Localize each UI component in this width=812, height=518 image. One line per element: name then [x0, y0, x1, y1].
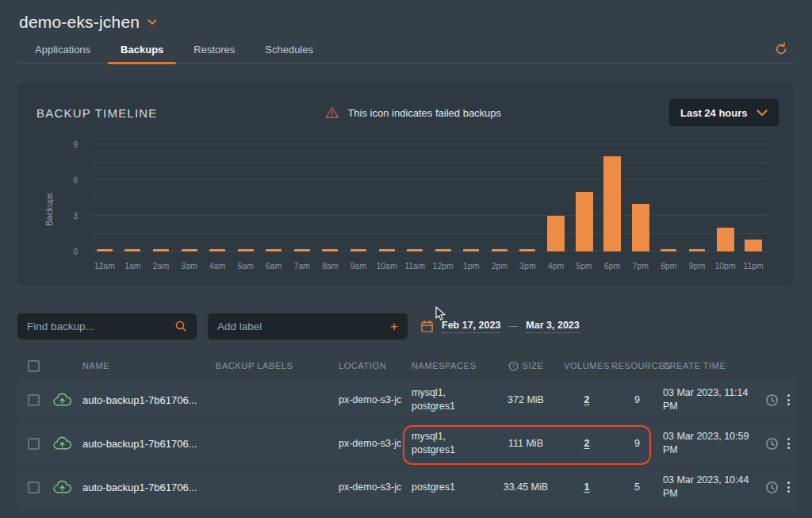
row-actions-menu-button[interactable] [782, 394, 795, 405]
chart-y-axis-title: Backups [44, 178, 54, 241]
row-checkbox[interactable] [28, 482, 40, 493]
create-time-cell: 03 Mar 2023, 10:44 PM [663, 474, 762, 501]
tab-restores[interactable]: Restores [181, 39, 247, 63]
backup-history-clock-icon[interactable] [762, 393, 782, 407]
row-actions-menu-button[interactable] [782, 438, 795, 449]
chart-x-tick-label: 11pm [739, 261, 768, 271]
chart-bar-7am [294, 249, 310, 251]
backup-name-link[interactable]: auto-backup1-7b61706... [82, 394, 216, 406]
chart-x-tick-label: 9am [344, 261, 373, 271]
chart-bar-8pm [661, 249, 676, 251]
table-row: auto-backup1-7b61706... px-demo-s3-jc po… [17, 466, 795, 508]
resources-cell: 9 [611, 438, 663, 449]
tab-applications[interactable]: Applications [22, 39, 103, 63]
date-to-value[interactable]: Mar 3, 2023 [526, 320, 579, 333]
backup-success-cloud-icon [49, 393, 82, 407]
chart-x-tick-label: 6am [259, 261, 288, 271]
calendar-icon[interactable] [420, 320, 434, 333]
column-header-namespaces[interactable]: NAMESPACES [412, 361, 489, 370]
add-label-input[interactable] [217, 320, 390, 332]
filter-toolbar: + Feb 17, 2023 — Mar 3, 2023 [17, 313, 795, 340]
timeline-panel-header: BACKUP TIMELINE This icon indicates fail… [33, 98, 779, 127]
column-header-location[interactable]: LOCATION [339, 361, 412, 370]
chart-bar-6pm [603, 156, 621, 251]
location-cell: px-demo-s3-jc [339, 394, 412, 405]
chart-bar-8am [322, 249, 338, 251]
column-header-size[interactable]: ? SIZE [489, 361, 562, 371]
chart-bar-10am [379, 249, 395, 251]
chart-x-tick-label: 6pm [598, 261, 626, 271]
svg-text:?: ? [511, 363, 515, 370]
chart-bar-12pm [435, 249, 451, 251]
backup-name-link[interactable]: auto-backup1-7b61706... [82, 438, 216, 450]
chart-x-tick-label: 2am [147, 261, 175, 271]
chart-y-tick-label: 3 [73, 212, 78, 221]
column-header-resources[interactable]: RESOURCES [611, 361, 663, 370]
cluster-name-title[interactable]: demo-eks-jchen [19, 13, 140, 32]
create-time-cell: 03 Mar 2023, 10:59 PM [663, 430, 762, 457]
size-cell: 111 MiB [489, 438, 562, 449]
time-range-dropdown[interactable]: Last 24 hours [669, 99, 779, 126]
backups-table: NAME BACKUP LABELS LOCATION NAMESPACES ?… [17, 352, 795, 508]
chart-x-tick-label: 12pm [429, 261, 458, 271]
chart-bar-7pm [632, 204, 649, 251]
chart-x-tick-label: 2pm [485, 261, 514, 271]
backup-history-clock-icon[interactable] [762, 437, 782, 451]
chart-x-tick-label: 9pm [683, 261, 711, 271]
chart-x-tick-label: 5pm [570, 261, 599, 271]
row-checkbox[interactable] [28, 438, 40, 450]
row-actions-menu-button[interactable] [782, 482, 795, 493]
chart-x-tick-label: 8pm [655, 261, 684, 271]
failed-backup-note: This icon indicates failed backups [325, 106, 501, 119]
tab-backups[interactable]: Backups [108, 39, 176, 63]
volumes-link[interactable]: 2 [584, 394, 590, 405]
create-time-cell: 03 Mar 2023, 11:14 PM [663, 386, 762, 413]
search-input[interactable] [27, 320, 174, 332]
cluster-dropdown-caret-icon[interactable] [147, 19, 157, 25]
column-header-volumes[interactable]: VOLUMES [562, 361, 611, 370]
chart-x-tick-label: 10pm [711, 261, 740, 271]
select-all-checkbox[interactable] [28, 360, 40, 372]
column-header-name[interactable]: NAME [82, 361, 216, 370]
date-range-picker: Feb 17, 2023 — Mar 3, 2023 [420, 320, 580, 333]
tab-bar: Applications Backups Restores Schedules [17, 40, 795, 63]
date-range-separator: — [508, 320, 518, 332]
chart-y-tick-label: 9 [73, 140, 78, 149]
backup-history-clock-icon[interactable] [762, 481, 782, 494]
backup-timeline-panel: BACKUP TIMELINE This icon indicates fail… [17, 82, 795, 286]
chart-x-labels: 12am1am2am3am4am5am6am7am8am9am10am11am1… [90, 261, 768, 271]
column-header-backup-labels[interactable]: BACKUP LABELS [216, 361, 339, 370]
row-checkbox[interactable] [28, 394, 40, 406]
size-cell: 33.45 MiB [489, 482, 562, 493]
chart-bar-6am [266, 249, 282, 251]
search-icon[interactable] [174, 320, 187, 332]
volumes-link[interactable]: 2 [584, 438, 590, 449]
column-header-create-time[interactable]: CREATE TIME [663, 361, 762, 370]
chart-x-tick-label: 3am [175, 261, 204, 271]
find-backup-searchbox [17, 313, 197, 340]
volumes-link[interactable]: 1 [584, 482, 590, 493]
date-from-value[interactable]: Feb 17, 2023 [442, 320, 500, 333]
chart-x-tick-label: 1am [119, 261, 147, 271]
chart-bar-5am [238, 249, 254, 251]
size-help-icon[interactable]: ? [508, 361, 519, 371]
backup-name-link[interactable]: auto-backup1-7b61706... [82, 482, 216, 493]
backup-success-cloud-icon [49, 480, 82, 494]
chart-bar-4pm [547, 216, 565, 251]
chart-x-tick-label: 12am [90, 261, 119, 271]
chart-x-tick-label: 8am [316, 261, 345, 271]
plus-icon[interactable]: + [390, 320, 398, 333]
chart-x-tick-label: 3pm [514, 261, 542, 271]
chart-bar-9am [350, 249, 366, 251]
refresh-icon[interactable] [774, 42, 788, 56]
namespaces-cell: mysql1, postgres1 [412, 386, 489, 413]
chart-bar-3am [182, 249, 197, 251]
warning-triangle-icon [325, 106, 339, 119]
chart-bar-11pm [745, 240, 762, 251]
resources-cell: 5 [611, 482, 663, 493]
chart-bar-11am [407, 249, 423, 251]
chart-x-tick-label: 7am [288, 261, 316, 271]
location-cell: px-demo-s3-jc [339, 438, 412, 449]
tab-schedules[interactable]: Schedules [252, 39, 326, 63]
add-label-box: + [208, 313, 408, 340]
